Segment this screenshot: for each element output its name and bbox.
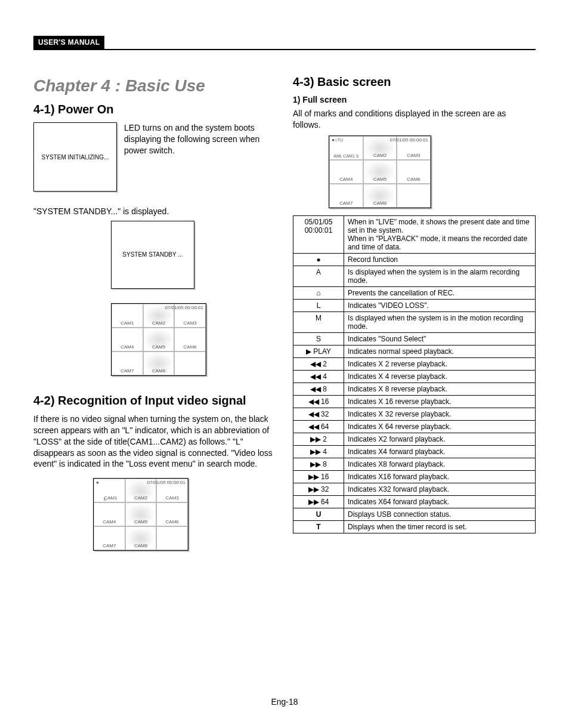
table-row: ▶▶ 8Indicates X8 forward playback. — [293, 458, 536, 470]
description-cell: Indicates X 4 reverse playback. — [344, 370, 536, 382]
symbol-cell: T — [293, 520, 344, 533]
table-row: MIs displayed when the system is in the … — [293, 311, 536, 332]
symbol-cell: A — [293, 266, 344, 286]
section-4-1-lead: LED turns on and the system boots displa… — [124, 122, 276, 156]
symbol-cell: ◀◀ 64 — [293, 420, 344, 433]
standby-intro: "SYSTEM STANDBY..." is displayed. — [33, 206, 276, 217]
page-footer: Eng-18 — [0, 697, 569, 707]
table-row: ◀◀ 8Indicates X 8 reverse playback. — [293, 382, 536, 395]
description-cell: Record function — [344, 253, 536, 266]
table-row: UDisplays USB connection status. — [293, 508, 536, 520]
symbol-cell: ▶▶ 32 — [293, 483, 344, 495]
table-row: ▶▶ 2Indicates X2 forward playback. — [293, 433, 536, 445]
description-cell: Indicates X32 forward playback. — [344, 483, 536, 495]
grid-timestamp: 07/01/05 00:00:01 — [147, 480, 185, 485]
symbol-cell: ◀◀ 16 — [293, 395, 344, 408]
table-row: ◀◀ 32Indicates X 32 reverse playback. — [293, 408, 536, 420]
screen-standby-text: SYSTEM STANDBY ... — [122, 251, 183, 258]
left-column: Chapter 4 : Basic Use 4-1) Power On SYST… — [33, 72, 276, 551]
camera-grid-full: ●⌂TU 07/01/05 00:00:01 AML CAM1 S CAM2 C… — [329, 135, 431, 208]
right-column: 4-3) Basic screen 1) Full screen All of … — [293, 72, 536, 551]
symbol-cell: ▶ PLAY — [293, 345, 344, 357]
table-row: AIs displayed when the system is in the … — [293, 266, 536, 286]
symbol-cell: ▶▶ 64 — [293, 495, 344, 508]
camera-grid-loss: ● 07/01/05 00:00:01 L CAM1 CAM2 CAM3 CAM… — [93, 478, 188, 551]
description-cell: Displays when the timer record is set. — [344, 520, 536, 533]
description-cell: Is displayed when the system is in the m… — [344, 311, 536, 332]
table-row: 05/01/05 00:00:01When in "LIVE" mode, it… — [293, 215, 536, 253]
description-cell: Indicates X16 forward playback. — [344, 470, 536, 483]
table-row: ◀◀ 2Indicates X 2 reverse playback. — [293, 357, 536, 370]
description-cell: Indicates "Sound Select" — [344, 332, 536, 345]
record-dot-icon: ● — [96, 480, 99, 485]
screen-initializing-text: SYSTEM INITIALIZING... — [42, 154, 109, 161]
symbol-cell: ▶▶ 4 — [293, 445, 344, 458]
indicator-reference-table: 05/01/05 00:00:01When in "LIVE" mode, it… — [293, 215, 536, 533]
description-cell: Indicates X 64 reverse playback. — [344, 420, 536, 433]
description-cell: Indicates X 8 reverse playback. — [344, 382, 536, 395]
description-cell: Indicates "VIDEO LOSS". — [344, 299, 536, 311]
symbol-cell: ▶▶ 8 — [293, 458, 344, 470]
grid-timestamp: 07/01/05 00:00:01 — [165, 305, 203, 310]
description-cell: Indicates X 32 reverse playback. — [344, 408, 536, 420]
symbol-cell: L — [293, 299, 344, 311]
description-cell: Indicates normal speed playback. — [344, 345, 536, 357]
screen-initializing-box: SYSTEM INITIALIZING... — [33, 122, 117, 192]
description-cell: Indicates X8 forward playback. — [344, 458, 536, 470]
symbol-cell: ◀◀ 2 — [293, 357, 344, 370]
description-cell: Is displayed when the system is in the a… — [344, 266, 536, 286]
symbol-cell: ◀◀ 32 — [293, 408, 344, 420]
section-4-3-body: All of marks and conditions displayed in… — [293, 108, 536, 131]
table-row: ◀◀ 16Indicates X 16 reverse playback. — [293, 395, 536, 408]
screen-standby-box: SYSTEM STANDBY ... — [111, 221, 194, 289]
tu-indicator: TU — [338, 138, 343, 142]
symbol-cell: U — [293, 508, 344, 520]
table-row: ◀◀ 64Indicates X 64 reverse playback. — [293, 420, 536, 433]
section-4-2-heading: 4-2) Recognition of Input video signal — [33, 394, 276, 408]
table-row: ◀◀ 4Indicates X 4 reverse playback. — [293, 370, 536, 382]
table-row: ▶▶ 4Indicates X4 forward playback. — [293, 445, 536, 458]
symbol-cell: 05/01/05 00:00:01 — [293, 215, 344, 253]
description-cell: Indicates X2 forward playback. — [344, 433, 536, 445]
description-cell: Indicates X 2 reverse playback. — [344, 357, 536, 370]
description-cell: Prevents the cancellation of REC. — [344, 286, 536, 299]
section-4-2-body: If there is no video signal when turning… — [33, 414, 276, 470]
table-row: ▶▶ 16Indicates X16 forward playback. — [293, 470, 536, 483]
table-row: TDisplays when the timer record is set. — [293, 520, 536, 533]
table-row: LIndicates "VIDEO LOSS". — [293, 299, 536, 311]
symbol-cell: S — [293, 332, 344, 345]
table-row: ▶ PLAYIndicates normal speed playback. — [293, 345, 536, 357]
symbol-cell: ● — [293, 253, 344, 266]
table-row: ⌂Prevents the cancellation of REC. — [293, 286, 536, 299]
table-row: ●Record function — [293, 253, 536, 266]
section-4-3-sub1: 1) Full screen — [293, 95, 536, 104]
description-cell: Indicates X4 forward playback. — [344, 445, 536, 458]
description-cell: Indicates X64 forward playback. — [344, 495, 536, 508]
description-cell: Indicates X 16 reverse playback. — [344, 395, 536, 408]
grid-timestamp: 07/01/05 00:00:01 — [389, 137, 428, 143]
description-cell: Displays USB connection status. — [344, 508, 536, 520]
header-label: USER'S MANUAL — [33, 36, 104, 49]
chapter-title: Chapter 4 : Basic Use — [33, 76, 276, 95]
symbol-cell: ◀◀ 8 — [293, 382, 344, 395]
symbol-cell: ⌂ — [293, 286, 344, 299]
symbol-cell: M — [293, 311, 344, 332]
symbol-cell: ▶▶ 16 — [293, 470, 344, 483]
camera-grid-normal: 07/01/05 00:00:01 CAM1 CAM2 CAM3 CAM4 CA… — [111, 303, 206, 376]
description-cell: When in "LIVE" mode, it shows the presen… — [344, 215, 536, 253]
table-row: ▶▶ 64Indicates X64 forward playback. — [293, 495, 536, 508]
section-4-1-heading: 4-1) Power On — [33, 103, 276, 116]
symbol-cell: ◀◀ 4 — [293, 370, 344, 382]
table-row: SIndicates "Sound Select" — [293, 332, 536, 345]
table-row: ▶▶ 32Indicates X32 forward playback. — [293, 483, 536, 495]
symbol-cell: ▶▶ 2 — [293, 433, 344, 445]
section-4-3-heading: 4-3) Basic screen — [293, 75, 536, 89]
